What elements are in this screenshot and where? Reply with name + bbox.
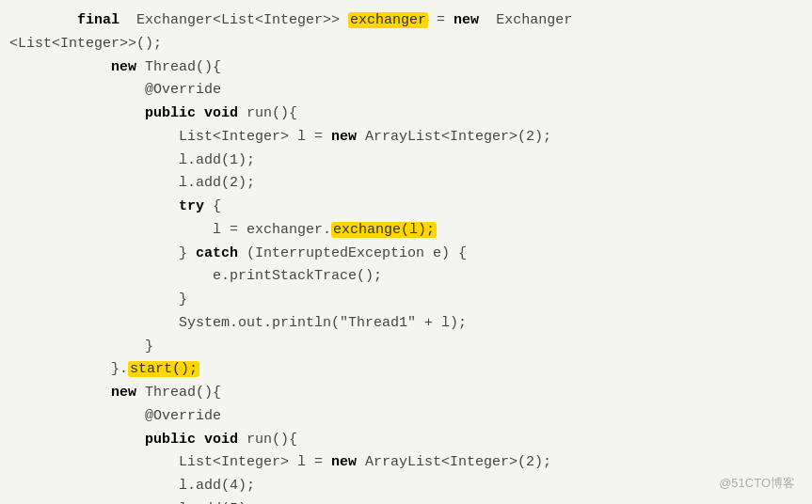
code-line-19: public void run(){ <box>9 429 812 452</box>
text: Thread(){ <box>136 385 221 401</box>
text: ArrayList<Integer>(2); <box>357 129 551 145</box>
text: System.out.println("Thread1" + l); <box>9 315 467 331</box>
text: Thread(){ <box>136 59 221 75</box>
code-line-15: } <box>9 336 812 359</box>
highlight-exchange: exchange(l); <box>331 222 437 238</box>
code-line-18: @Override <box>9 405 812 429</box>
text: ArrayList<Integer>(2); <box>357 454 551 470</box>
keyword-try: try <box>179 198 204 214</box>
text: @Override <box>9 408 221 424</box>
code-container: final Exchanger<List<Integer>> exchanger… <box>0 0 812 504</box>
text: @Override <box>9 82 221 98</box>
code-line-2: <List<Integer>>(); <box>9 33 812 56</box>
code-line-4: @Override <box>9 79 812 102</box>
highlight-start: start(); <box>128 361 199 377</box>
code-line-5: public void run(){ <box>9 102 812 126</box>
indent <box>9 432 145 448</box>
text <box>196 432 204 448</box>
keyword-new2: new <box>111 385 136 401</box>
code-line-12: e.printStackTrace(); <box>9 265 812 289</box>
keyword-new: new <box>111 59 136 75</box>
code-line-3: new Thread(){ <box>9 56 812 80</box>
keyword-new: new <box>454 12 479 28</box>
text: } <box>9 291 187 307</box>
text: = <box>428 12 454 28</box>
keyword-catch: catch <box>196 245 238 261</box>
text: Exchanger <box>479 12 572 28</box>
code-line-20: List<Integer> l = new ArrayList<Integer>… <box>9 451 812 475</box>
text: <List<Integer>>(); <box>9 36 162 52</box>
text: } <box>9 339 153 354</box>
text <box>196 105 204 121</box>
code-line-6: List<Integer> l = new ArrayList<Integer>… <box>9 126 812 150</box>
text: run(){ <box>238 432 297 448</box>
keyword-new3: new <box>331 454 357 470</box>
highlight-exchanger: exchanger <box>348 12 428 28</box>
keyword-new: new <box>331 129 357 145</box>
indent <box>9 12 77 28</box>
code-line-16: }.start(); <box>9 358 812 382</box>
text: l = exchanger. <box>9 222 331 238</box>
text: } <box>9 245 196 261</box>
indent <box>9 385 111 401</box>
text: l.add(2); <box>9 175 255 191</box>
text: run(){ <box>238 105 297 121</box>
indent <box>9 198 179 214</box>
code-line-22: l.add(5); <box>9 498 812 504</box>
text: }. <box>9 361 128 377</box>
indent <box>9 59 111 75</box>
keyword-public: public <box>145 105 196 121</box>
code-line-13: } <box>9 289 812 312</box>
code-line-11: } catch (InterruptedException e) { <box>9 243 812 266</box>
keyword-void2: void <box>204 432 238 448</box>
code-line-9: try { <box>9 196 812 219</box>
text: List<Integer> l = <box>9 454 331 470</box>
watermark: @51CTO博客 <box>719 473 795 493</box>
keyword-public2: public <box>145 432 196 448</box>
code-line-1: final Exchanger<List<Integer>> exchanger… <box>9 9 812 33</box>
code-line-21: l.add(4); <box>9 475 812 498</box>
keyword-void: void <box>204 105 238 121</box>
code-line-17: new Thread(){ <box>9 382 812 405</box>
text: e.printStackTrace(); <box>9 268 382 284</box>
text: List<Integer> l = <box>9 129 331 145</box>
code-line-7: l.add(1); <box>9 150 812 173</box>
code-line-8: l.add(2); <box>9 172 812 196</box>
text: (InterruptedException e) { <box>238 245 467 261</box>
text: l.add(1); <box>9 152 255 168</box>
text: { <box>204 198 221 214</box>
text: l.add(4); <box>9 478 255 494</box>
text: Exchanger<List<Integer>> <box>119 12 348 28</box>
code-line-10: l = exchanger.exchange(l); <box>9 219 812 243</box>
indent <box>9 105 145 121</box>
keyword-final: final <box>77 12 119 28</box>
code-line-14: System.out.println("Thread1" + l); <box>9 312 812 336</box>
